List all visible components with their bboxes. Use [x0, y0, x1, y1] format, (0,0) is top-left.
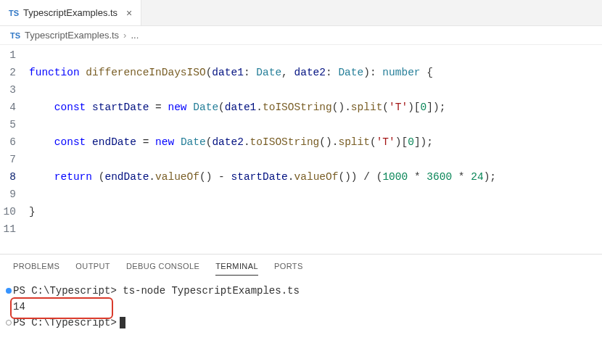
- code-editor[interactable]: 1 2 3 4 5 6 7 8 9 10 11 function differe…: [0, 45, 602, 254]
- bottom-panel: PROBLEMS OUTPUT DEBUG CONSOLE TERMINAL P…: [0, 254, 602, 364]
- tab-terminal[interactable]: TERMINAL: [215, 262, 258, 276]
- close-icon[interactable]: ×: [126, 7, 132, 19]
- panel-tabbar: PROBLEMS OUTPUT DEBUG CONSOLE TERMINAL P…: [0, 255, 602, 276]
- tab-debug-console[interactable]: DEBUG CONSOLE: [126, 262, 199, 276]
- tab-ports[interactable]: PORTS: [274, 262, 303, 276]
- code-area[interactable]: function differenceInDaysISO(date1: Date…: [29, 46, 602, 254]
- terminal-prompt: PS C:\Typescript>: [13, 285, 117, 297]
- cursor-icon: [120, 317, 125, 328]
- terminal-output: 14: [13, 299, 589, 315]
- file-tab[interactable]: TS TypescriptExamples.ts ×: [0, 0, 141, 25]
- ts-file-icon: TS: [9, 9, 19, 17]
- breadcrumb-ellipsis: ...: [131, 30, 139, 41]
- chevron-right-icon: ›: [123, 30, 126, 41]
- ts-file-icon: TS: [10, 31, 20, 40]
- status-dot-icon: [6, 288, 12, 294]
- terminal-prompt: PS C:\Typescript>: [13, 317, 117, 328]
- status-dot-icon: [6, 320, 12, 326]
- tab-output[interactable]: OUTPUT: [75, 262, 110, 276]
- tab-filename: TypescriptExamples.ts: [23, 7, 117, 18]
- line-gutter: 1 2 3 4 5 6 7 8 9 10 11: [0, 46, 29, 254]
- breadcrumb-filename: TypescriptExamples.ts: [25, 30, 119, 41]
- tab-problems[interactable]: PROBLEMS: [13, 262, 59, 276]
- breadcrumb[interactable]: TS TypescriptExamples.ts › ...: [0, 26, 602, 45]
- terminal-command: ts-node TypescriptExamples.ts: [123, 285, 300, 297]
- terminal[interactable]: PS C:\Typescript> ts-node TypescriptExam…: [0, 276, 602, 338]
- editor-tabbar: TS TypescriptExamples.ts ×: [0, 0, 602, 26]
